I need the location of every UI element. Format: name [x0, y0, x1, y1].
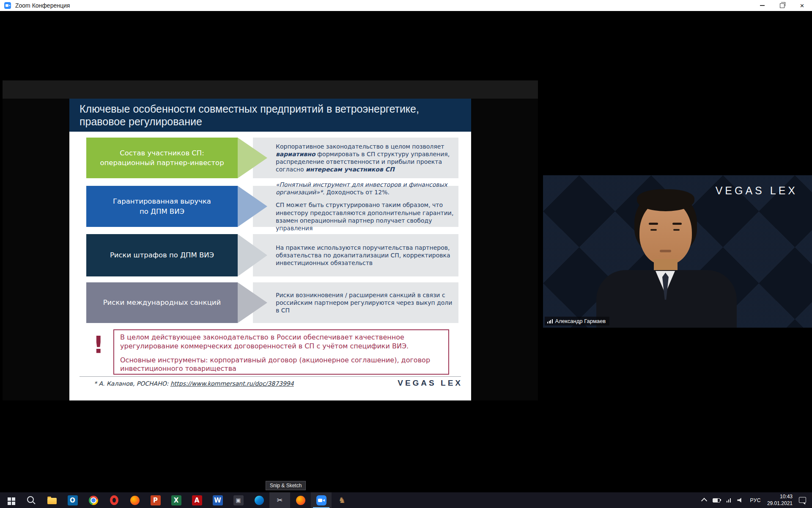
warning-paragraph-2: Основные инструменты: корпоративный дого…: [120, 356, 442, 374]
exclamation-icon: !: [93, 333, 104, 356]
row3-label-box: Риски штрафов по ДПМ ВИЭ: [86, 234, 238, 276]
row4-body: Риски возникновения / расширения санкций…: [276, 291, 456, 315]
outlook-icon: O: [68, 495, 78, 505]
row1-label-box: Состав участников СП: операционный партн…: [86, 138, 238, 178]
taskbar-opera[interactable]: [104, 492, 124, 508]
zoom-camera-icon: [316, 495, 326, 505]
footnote-link[interactable]: https://www.kommersant.ru/doc/3873994: [170, 380, 294, 387]
firefox-icon: [296, 496, 305, 505]
minimize-button[interactable]: [752, 0, 772, 11]
row2-label-box: Гарантированная выручка по ДПМ ВИЭ: [86, 186, 238, 227]
knight-icon: ♞: [338, 496, 346, 504]
volume-icon[interactable]: [737, 498, 743, 503]
taskbar-browser-orange[interactable]: [124, 492, 145, 508]
taskbar-word[interactable]: W: [207, 492, 228, 508]
taskbar-firefox[interactable]: [290, 492, 311, 508]
start-button[interactable]: [0, 492, 21, 508]
scissors-icon: ✂: [277, 496, 283, 504]
close-button[interactable]: ×: [792, 0, 812, 11]
warning-box: В целом действующее законодательство в Р…: [113, 329, 449, 375]
taskbar: O P X A W ▣ ✂ ♞ РУС 10:43 29.01.2021: [0, 492, 812, 508]
edge-icon: [255, 496, 264, 505]
window-titlebar: Zoom Конференция ×: [0, 0, 812, 11]
taskbar-clock[interactable]: 10:43 29.01.2021: [767, 494, 793, 507]
restore-icon: [780, 3, 785, 8]
taskbar-powerpoint[interactable]: P: [145, 492, 166, 508]
opera-icon: [110, 495, 118, 505]
row4-label-box: Риски международных санкций: [86, 282, 238, 323]
row3-text-panel: На практике используются поручительства …: [253, 234, 458, 276]
taskbar-search-button[interactable]: [21, 492, 41, 508]
clock-date: 29.01.2021: [767, 500, 793, 507]
vegas-lex-logo: VEGAS LEX: [398, 378, 463, 388]
acrobat-icon: A: [192, 495, 202, 505]
warning-paragraph-1: В целом действующее законодательство в Р…: [120, 333, 442, 351]
speaker-video-tile: VEGAS LEX Александр Гармаев: [543, 175, 812, 328]
presentation-area: Ключевые особенности совместных предприя…: [3, 99, 538, 400]
participant-name: Александр Гармаев: [555, 318, 606, 324]
tray-chevron-up-icon[interactable]: [701, 498, 707, 504]
taskbar-excel[interactable]: X: [166, 492, 187, 508]
excel-icon: X: [171, 495, 181, 505]
word-icon: W: [213, 495, 223, 505]
row4-text-panel: Риски возникновения / расширения санкций…: [253, 282, 458, 323]
taskbar-chess-app[interactable]: ♞: [332, 492, 352, 508]
restore-button[interactable]: [772, 0, 792, 11]
row1-body: Корпоративное законодательство в целом п…: [276, 143, 456, 174]
row1-text-panel: Корпоративное законодательство в целом п…: [253, 138, 458, 178]
battery-icon[interactable]: [713, 498, 720, 502]
footer-divider: [80, 376, 461, 377]
taskbar-file-explorer[interactable]: [41, 492, 62, 508]
footnote-text: * А. Каланов, РОСНАНО:: [94, 380, 170, 387]
taskbar-acrobat[interactable]: A: [187, 492, 207, 508]
slide-header: Ключевые особенности совместных предприя…: [69, 99, 471, 132]
taskbar-tooltip: Snip & Sketch: [266, 481, 306, 490]
network-icon[interactable]: [727, 498, 731, 502]
slide-row-participants: Состав участников СП: операционный партн…: [86, 138, 458, 178]
app-window-icon: ▣: [233, 495, 244, 505]
slide-row-revenue: Гарантированная выручка по ДПМ ВИЭ «Поня…: [86, 186, 458, 227]
slide-title: Ключевые особенности совместных предприя…: [80, 102, 419, 128]
row2-text-panel: «Понятный инструмент для инвесторов и фи…: [253, 186, 458, 227]
clock-time: 10:43: [767, 494, 793, 500]
close-icon: ×: [800, 2, 804, 9]
search-icon: [27, 496, 34, 503]
zoom-app-icon: [4, 2, 11, 9]
taskbar-edge[interactable]: [249, 492, 269, 508]
participant-name-tag: Александр Гармаев: [545, 317, 609, 326]
row3-body: На практике используются поручительства …: [276, 244, 456, 267]
shared-screen: Ключевые особенности совместных предприя…: [3, 80, 538, 400]
slide-row-sanctions: Риски международных санкций Риски возник…: [86, 282, 458, 323]
language-indicator[interactable]: РУС: [750, 497, 761, 503]
chrome-icon: [89, 496, 98, 505]
audio-level-icon: [547, 319, 553, 323]
row2-body-p2: СП может быть структурировано таким обра…: [276, 201, 456, 232]
window-controls: ×: [752, 0, 812, 11]
window-title: Zoom Конференция: [15, 2, 70, 9]
browser-icon: [130, 496, 140, 505]
folder-icon: [47, 498, 57, 504]
powerpoint-icon: P: [151, 495, 161, 505]
minimize-icon: [760, 5, 765, 6]
slide: Ключевые особенности совместных предприя…: [69, 99, 471, 400]
taskbar-app-dark[interactable]: ▣: [228, 492, 249, 508]
action-center-icon[interactable]: [799, 497, 806, 503]
taskbar-outlook[interactable]: O: [62, 492, 83, 508]
taskbar-snip-sketch[interactable]: ✂: [269, 492, 290, 508]
footnote: * А. Каланов, РОСНАНО: https://www.komme…: [94, 380, 294, 387]
windows-logo-icon: [8, 497, 11, 501]
system-tray: РУС 10:43 29.01.2021: [702, 492, 812, 508]
row2-body-p1: «Понятный инструмент для инвесторов и фи…: [276, 181, 456, 196]
slide-row-penalties: Риски штрафов по ДПМ ВИЭ На практике исп…: [86, 234, 458, 276]
taskbar-chrome[interactable]: [83, 492, 104, 508]
vegas-lex-logo: VEGAS LEX: [716, 185, 798, 197]
taskbar-zoom[interactable]: [311, 492, 332, 508]
